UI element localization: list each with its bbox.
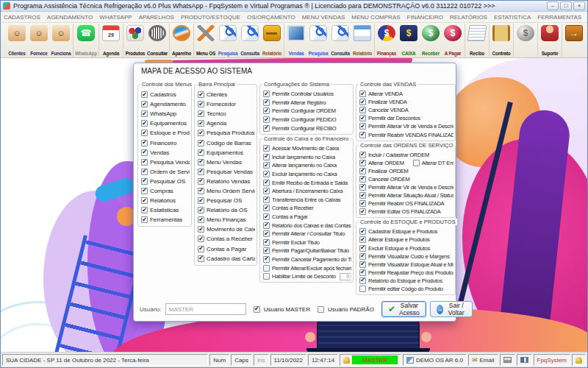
checkbox[interactable]: ✔ bbox=[359, 115, 366, 121]
checkbox[interactable]: ✔ bbox=[141, 140, 148, 146]
checkbox[interactable]: ✔ bbox=[263, 230, 270, 237]
checkbox[interactable]: ✔ bbox=[198, 207, 204, 213]
checkbox[interactable]: ✔ bbox=[359, 160, 366, 166]
checkbox[interactable]: ✔ bbox=[359, 277, 366, 284]
checkbox[interactable]: ✔ bbox=[359, 184, 366, 191]
checkbox[interactable]: ✔ bbox=[198, 130, 204, 136]
toolbar-button-clientes[interactable]: ☺Clientes bbox=[6, 24, 28, 57]
toolbar-button-contrato[interactable]: Contrato bbox=[490, 24, 512, 57]
minimize-button[interactable]: – bbox=[547, 1, 559, 10]
checkbox[interactable]: ✔ bbox=[263, 180, 270, 186]
status-email[interactable]: Email bbox=[468, 354, 498, 366]
menu-item-produto-estoque[interactable]: PRODUTO/ESTOQUE bbox=[181, 14, 240, 21]
checkbox[interactable]: ✔ bbox=[198, 91, 204, 98]
checkbox[interactable]: ✔ bbox=[359, 200, 366, 207]
menu-item-whatsapp[interactable]: WHATSAPP bbox=[99, 14, 132, 21]
checkbox[interactable]: ✔ bbox=[141, 130, 148, 136]
checkbox[interactable]: ✔ bbox=[263, 197, 270, 203]
checkbox[interactable]: ✔ bbox=[141, 216, 148, 223]
checkbox[interactable]: ✔ bbox=[263, 99, 270, 106]
checkbox[interactable]: ✔ bbox=[359, 123, 366, 130]
checkbox[interactable]: ✔ bbox=[359, 176, 366, 183]
checkbox[interactable]: ✔ bbox=[263, 125, 270, 132]
checkbox[interactable]: ✔ bbox=[141, 188, 148, 194]
checkbox[interactable]: ✔ bbox=[198, 178, 204, 185]
checkbox[interactable]: ✔ bbox=[263, 116, 270, 123]
toolbar-button-agenda[interactable]: 29Agenda bbox=[100, 24, 122, 57]
checkbox[interactable] bbox=[359, 286, 366, 292]
checkbox[interactable]: ✔ bbox=[198, 236, 204, 242]
discount-limit-input[interactable] bbox=[340, 273, 351, 280]
menu-item-os-orcamento[interactable]: OS/ORÇAMENTO bbox=[247, 14, 295, 21]
checkbox[interactable]: ✔ bbox=[359, 91, 366, 97]
checkbox[interactable]: ✔ bbox=[359, 168, 366, 174]
toolbar-button-a-pagar[interactable]: $A Pagar bbox=[442, 24, 464, 57]
toolbar-button-aparelho[interactable]: Aparelho bbox=[171, 24, 193, 57]
maximize-button[interactable]: □ bbox=[560, 1, 572, 10]
toolbar-button-suporte[interactable]: Suporte bbox=[539, 24, 561, 57]
checkbox[interactable]: ✔ bbox=[198, 120, 204, 127]
checkbox[interactable]: ✔ bbox=[263, 171, 270, 177]
checkbox[interactable]: ✔ bbox=[359, 132, 366, 138]
toolbar-button-vendas[interactable]: Vendas bbox=[285, 24, 307, 57]
checkbox[interactable]: ✔ bbox=[141, 91, 148, 98]
checkbox[interactable]: ✔ bbox=[359, 192, 366, 199]
checkbox-usuario-master[interactable]: ✔ bbox=[254, 306, 260, 313]
toolbar-button-caixa[interactable]: $CAIXA bbox=[398, 24, 420, 57]
toolbar-button-recibo[interactable]: Recibo bbox=[466, 24, 488, 57]
checkbox[interactable]: ✔ bbox=[198, 110, 204, 117]
checkbox[interactable]: ✔ bbox=[141, 169, 148, 175]
checkbox[interactable]: ✔ bbox=[141, 197, 148, 204]
checkbox[interactable] bbox=[263, 273, 270, 280]
checkbox[interactable]: ✔ bbox=[141, 207, 148, 213]
checkbox[interactable]: ✔ bbox=[263, 107, 270, 114]
toolbar-button-pesquisa[interactable]: Pesquisa bbox=[217, 24, 239, 57]
checkbox[interactable]: ✔ bbox=[359, 261, 366, 268]
toolbar-button-consulta[interactable]: Consulta bbox=[329, 24, 351, 57]
checkbox[interactable]: ✔ bbox=[198, 255, 204, 262]
toolbar-button-whatsapp[interactable]: ☎WhatsApp bbox=[74, 24, 98, 57]
toolbar-button-coin-icon[interactable]: $ bbox=[514, 24, 537, 57]
checkbox[interactable]: ✔ bbox=[198, 149, 204, 156]
checkbox[interactable]: ✔ bbox=[263, 188, 270, 194]
menu-item-aparelhos[interactable]: APARELHOS bbox=[139, 14, 174, 21]
checkbox[interactable]: ✔ bbox=[359, 208, 366, 215]
menu-item-estatistica[interactable]: ESTATISTICA bbox=[494, 14, 531, 21]
menu-item-cadastros[interactable]: CADASTROS bbox=[4, 14, 40, 21]
checkbox[interactable]: ✔ bbox=[198, 169, 204, 175]
menu-item-menu-compras[interactable]: MENU COMPRAS bbox=[351, 14, 400, 21]
checkbox[interactable]: ✔ bbox=[198, 140, 204, 146]
checkbox[interactable]: ✔ bbox=[198, 197, 204, 204]
toolbar-button-produtos[interactable]: Produtos bbox=[124, 24, 146, 57]
checkbox[interactable]: ✔ bbox=[359, 269, 366, 276]
checkbox[interactable]: ✔ bbox=[263, 154, 270, 160]
toolbar-button-funciona[interactable]: ☺Funciona bbox=[50, 24, 72, 57]
save-access-button[interactable]: Salvar Acesso bbox=[381, 301, 426, 317]
checkbox[interactable]: ✔ bbox=[198, 159, 204, 166]
checkbox[interactable]: ✔ bbox=[141, 101, 148, 107]
exit-back-button[interactable]: Sair / Voltar bbox=[430, 301, 473, 317]
checkbox[interactable]: ✔ bbox=[198, 188, 204, 194]
checkbox[interactable]: ✔ bbox=[198, 226, 204, 233]
checkbox[interactable]: ✔ bbox=[198, 246, 204, 252]
toolbar-button-exit-icon[interactable]: → bbox=[563, 24, 585, 57]
menu-item-ferramentas[interactable]: FERRAMENTAS bbox=[537, 14, 581, 21]
toolbar-button-relatorio[interactable]: Relatório bbox=[261, 24, 283, 57]
toolbar-button-consultar[interactable]: Consultar bbox=[146, 24, 168, 57]
checkbox[interactable]: ✔ bbox=[263, 247, 270, 254]
toolbar-button-financas[interactable]: $Finanças bbox=[376, 24, 398, 57]
checkbox[interactable]: ✔ bbox=[263, 162, 270, 169]
checkbox[interactable]: ✔ bbox=[263, 222, 270, 229]
toolbar-button-pesquisa[interactable]: Pesquisa bbox=[307, 24, 329, 57]
checkbox[interactable]: ✔ bbox=[359, 236, 366, 243]
checkbox[interactable]: ✔ bbox=[198, 101, 204, 107]
checkbox[interactable]: ✔ bbox=[263, 239, 270, 246]
close-button[interactable]: × bbox=[573, 1, 585, 10]
toolbar-button-receber[interactable]: $Receber bbox=[420, 24, 442, 57]
checkbox[interactable]: ✔ bbox=[141, 159, 148, 166]
checkbox[interactable]: ✔ bbox=[359, 99, 366, 105]
checkbox[interactable]: ✔ bbox=[198, 216, 204, 223]
menu-item-relatorios[interactable]: RELATÓRIOS bbox=[450, 14, 487, 21]
checkbox[interactable] bbox=[413, 160, 420, 166]
checkbox[interactable]: ✔ bbox=[359, 253, 366, 260]
